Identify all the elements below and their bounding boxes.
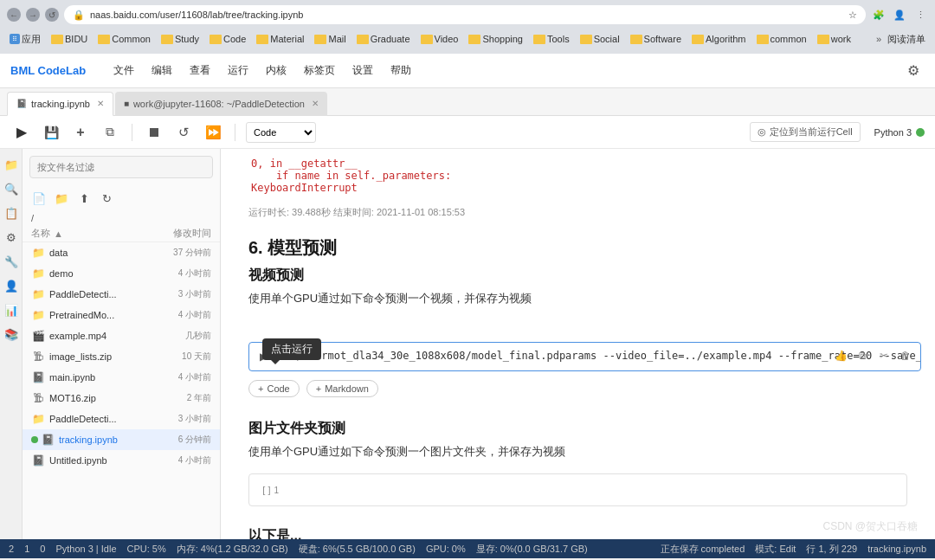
menu-icon[interactable]: ⋮	[912, 7, 928, 23]
tab-close-button[interactable]: ✕	[312, 99, 319, 108]
extensions-icon[interactable]: 🧩	[871, 7, 887, 23]
file-time: 4 小时前	[159, 267, 211, 280]
refresh-button[interactable]: ↻	[97, 189, 116, 208]
bookmark-apps-label: 应用	[22, 33, 41, 46]
bookmark-tools[interactable]: Tools	[529, 32, 574, 46]
url-bar[interactable]: 🔒 naas.baidu.com/user/11608/lab/tree/tra…	[64, 5, 866, 24]
profile-icon[interactable]: 👤	[892, 7, 907, 23]
menu-edit[interactable]: 编辑	[145, 60, 179, 81]
status-cells: 2	[9, 544, 14, 554]
breadcrumb: /	[23, 211, 220, 225]
bookmark-video[interactable]: Video	[416, 32, 463, 46]
code-cell[interactable]: 👍 ⧉ ✂ 🗑 ▶ 1 ut/fairmot_dla34_30e_1088x60…	[248, 342, 921, 371]
settings-gear-button[interactable]: ⚙	[902, 60, 925, 82]
more-bookmarks-button[interactable]: »	[876, 34, 881, 44]
bookmark-material[interactable]: Material	[252, 32, 308, 46]
sidebar-settings-icon[interactable]: ⚙	[3, 229, 20, 246]
list-item[interactable]: 🗜 MOT16.zip 2 年前	[23, 388, 220, 409]
menu-help[interactable]: 帮助	[384, 60, 418, 81]
list-item[interactable]: 🎬 example.mp4 几秒前	[23, 325, 220, 346]
sidebar-chart-icon[interactable]: 📊	[3, 301, 20, 319]
back-button[interactable]: ←	[7, 8, 21, 22]
menu-settings[interactable]: 设置	[345, 60, 380, 81]
menu-file[interactable]: 文件	[106, 60, 141, 81]
sidebar-files-icon[interactable]: 📁	[3, 156, 20, 173]
bookmark-common2[interactable]: common	[752, 32, 811, 46]
sidebar-git-icon[interactable]: 📋	[3, 204, 20, 222]
bookmark-bidu[interactable]: BIDU	[47, 32, 92, 46]
restart-run-all-button[interactable]: ⏩	[202, 121, 224, 144]
menu-kernel[interactable]: 内核	[259, 60, 293, 81]
reader-mode-button[interactable]: 阅读清单	[883, 31, 930, 48]
status-item3: 0	[40, 544, 45, 554]
bookmark-graduate[interactable]: Graduate	[352, 32, 415, 46]
notebook-icon: 📓	[31, 370, 45, 384]
sidebar: 📁 🔍 📋 ⚙ 🔧 👤 📊 📚 📄 📁	[0, 149, 221, 539]
menu-view[interactable]: 查看	[183, 60, 217, 81]
bookmark-label: Tools	[547, 34, 570, 44]
restart-kernel-button[interactable]: ↺	[172, 121, 195, 144]
tab-close-button[interactable]: ✕	[97, 99, 104, 108]
bookmark-work[interactable]: work	[813, 32, 855, 46]
new-file-button[interactable]: 📄	[29, 189, 48, 208]
notebook-area: 0, in __getattr__ if name in self._param…	[221, 149, 935, 539]
sidebar-tools-icon[interactable]: 🔧	[3, 253, 20, 270]
interrupt-kernel-button[interactable]: ⏹	[143, 121, 165, 144]
bookmark-social[interactable]: Social	[576, 32, 624, 46]
file-filter-input[interactable]	[29, 156, 213, 178]
list-item[interactable]: 📁 data 37 分钟前	[23, 242, 220, 263]
list-item[interactable]: 📁 PaddleDetecti... 3 小时前	[23, 409, 220, 429]
cell-type-select[interactable]: Code Markdown Raw	[246, 122, 316, 143]
code-content[interactable]: ut/fairmot_dla34_30e_1088x608/model_fina…	[284, 343, 920, 369]
bookmark-shopping[interactable]: Shopping	[464, 32, 527, 46]
bookmark-mail[interactable]: Mail	[310, 32, 350, 46]
list-item[interactable]: 📁 PretrainedMo... 4 小时前	[23, 305, 220, 325]
bookmark-software[interactable]: Software	[626, 32, 686, 46]
run-cell-button[interactable]: ▶	[10, 121, 33, 144]
list-item[interactable]: 📁 PaddleDetecti... 3 小时前	[23, 284, 220, 305]
sidebar-search-icon[interactable]: 🔍	[3, 180, 20, 197]
upload-button[interactable]: ⬆	[74, 189, 94, 208]
reload-button[interactable]: ↺	[45, 8, 59, 22]
add-markdown-cell-button[interactable]: + Markdown	[306, 380, 378, 397]
copy-cell-button[interactable]: ⧉	[853, 346, 872, 365]
bookmark-algorithm[interactable]: Algorithm	[687, 32, 750, 46]
bookmark-apps[interactable]: ⠿ 应用	[5, 31, 45, 48]
browser-icons: 🧩 👤 ⋮	[871, 7, 928, 23]
run-location-button[interactable]: ◎ 定位到当前运行Cell	[750, 122, 861, 142]
new-folder-button[interactable]: 📁	[52, 189, 71, 208]
folder-icon	[468, 35, 480, 44]
file-panel: 📄 📁 ⬆ ↻ / 名称 ▲ 修改时间	[23, 149, 220, 539]
copy-cell-button[interactable]: ⧉	[99, 121, 121, 144]
list-item[interactable]: 📓 tracking.ipynb 6 分钟前	[23, 429, 220, 450]
list-item[interactable]: 📁 demo 4 小时前	[23, 263, 220, 284]
delete-cell-button[interactable]: 🗑	[896, 346, 915, 365]
add-cell-button[interactable]: +	[69, 121, 92, 144]
file-time: 10 天前	[159, 351, 211, 363]
output-line: KeyboardInterrupt	[251, 182, 907, 194]
file-filter-container	[29, 156, 213, 178]
like-cell-button[interactable]: 👍	[831, 346, 850, 365]
empty-code-cell[interactable]: [ ] 1	[248, 473, 907, 506]
menu-tabs[interactable]: 标签页	[297, 60, 342, 81]
tab-tracking-ipynb[interactable]: 📓 tracking.ipynb ✕	[7, 92, 113, 116]
tab-terminal[interactable]: ■ work@jupyter-11608: ~/PaddleDetection …	[115, 92, 327, 116]
add-code-cell-button[interactable]: + Code	[248, 380, 300, 397]
list-item[interactable]: 📓 main.ipynb 4 小时前	[23, 367, 220, 388]
list-item[interactable]: 🗜 image_lists.zip 10 天前	[23, 346, 220, 367]
bookmark-code[interactable]: Code	[205, 32, 250, 46]
plus-icon: +	[316, 383, 321, 394]
sidebar-user-icon[interactable]: 👤	[3, 277, 20, 294]
star-icon[interactable]: ☆	[848, 10, 857, 21]
file-name: PaddleDetecti...	[49, 289, 159, 299]
bookmark-common[interactable]: Common	[94, 32, 155, 46]
cut-cell-button[interactable]: ✂	[874, 346, 893, 365]
list-item[interactable]: 📓 Untitled.ipynb 4 小时前	[23, 450, 220, 471]
sidebar-library-icon[interactable]: 📚	[3, 325, 20, 343]
bookmark-study[interactable]: Study	[157, 32, 203, 46]
save-button[interactable]: 💾	[40, 121, 62, 144]
empty-code-input[interactable]	[284, 474, 906, 505]
name-sort-button[interactable]: 名称 ▲	[31, 227, 151, 240]
menu-run[interactable]: 运行	[221, 60, 255, 81]
forward-button[interactable]: →	[26, 8, 40, 22]
